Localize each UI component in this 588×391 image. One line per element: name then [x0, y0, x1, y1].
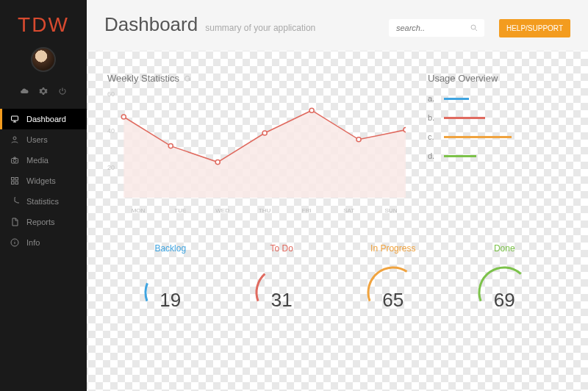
user-icon — [10, 135, 19, 144]
help-button[interactable]: HELP/SUPPORT — [499, 19, 570, 37]
grid-icon — [10, 176, 19, 185]
sidebar-item-reports[interactable]: Reports — [0, 212, 87, 232]
usage-row: b. — [428, 113, 567, 122]
main: Dashboard summary of your application HE… — [87, 0, 588, 391]
sidebar-item-widgets[interactable]: Widgets — [0, 171, 87, 191]
gauge-to-do: To Do31 — [237, 243, 326, 312]
nav-label: Info — [26, 238, 40, 247]
logo: TDW — [0, 0, 87, 44]
nav-label: Media — [26, 156, 49, 165]
sidebar-item-dashboard[interactable]: Dashboard — [0, 109, 87, 129]
svg-rect-0 — [12, 116, 18, 121]
header: Dashboard summary of your application HE… — [87, 0, 588, 51]
svg-rect-6 — [12, 182, 15, 184]
nav-label: Users — [26, 135, 48, 144]
usage-bar — [444, 117, 485, 119]
svg-point-10 — [121, 115, 126, 119]
gear-icon[interactable] — [39, 85, 48, 98]
search-icon — [470, 24, 478, 32]
usage-row: c. — [428, 132, 567, 141]
svg-point-1 — [13, 137, 16, 140]
gauges-row: Backlog19To Do31In Progress65Done69 — [107, 243, 567, 312]
sidebar-item-users[interactable]: Users — [0, 129, 87, 150]
pie-icon — [10, 197, 19, 206]
usage-label: d. — [428, 151, 438, 160]
usage-label: c. — [428, 132, 438, 141]
usage-row: d. — [428, 151, 567, 160]
usage-label: a. — [428, 94, 438, 103]
nav-label: Widgets — [26, 176, 56, 185]
file-icon — [10, 218, 19, 226]
avatar[interactable] — [31, 47, 56, 72]
usage-bar — [444, 98, 469, 100]
gauge-title: To Do — [237, 243, 326, 254]
usage-title: Usage Overview — [428, 73, 567, 84]
svg-rect-7 — [15, 182, 18, 184]
svg-rect-5 — [15, 178, 18, 181]
sidebar-item-media[interactable]: Media — [0, 150, 87, 171]
svg-point-13 — [262, 131, 267, 135]
usage-bar — [444, 136, 512, 138]
usage-label: b. — [428, 113, 438, 122]
nav-label: Reports — [26, 218, 55, 226]
svg-point-15 — [356, 137, 361, 142]
top-icons — [0, 81, 87, 109]
search-wrap — [389, 19, 484, 37]
nav: DashboardUsersMediaWidgetsStatisticsRepo… — [0, 109, 87, 253]
usage-row: a. — [428, 94, 567, 103]
weekly-title: Weekly Statistics — [107, 73, 406, 84]
sidebar-item-statistics[interactable]: Statistics — [0, 191, 87, 212]
svg-rect-4 — [12, 178, 15, 181]
svg-point-12 — [215, 160, 220, 165]
svg-point-11 — [168, 144, 173, 148]
usage-panel: Usage Overview a.b.c.d. — [428, 73, 567, 214]
camera-icon — [10, 156, 19, 165]
info-icon — [10, 238, 19, 247]
weekly-chart: 204060 — [107, 94, 406, 204]
usage-bar — [444, 155, 476, 157]
cloud-icon[interactable] — [20, 85, 29, 98]
refresh-icon[interactable] — [184, 75, 191, 82]
power-icon[interactable] — [58, 85, 67, 98]
gauge-backlog: Backlog19 — [126, 243, 215, 312]
gauge-title: Backlog — [126, 243, 215, 254]
gauge-done: Done69 — [460, 243, 548, 312]
x-axis-labels: MONTUEWEDTHUFRISATSUN — [107, 207, 406, 214]
svg-point-3 — [13, 159, 16, 162]
svg-point-16 — [404, 128, 406, 132]
content: Weekly Statistics 204060MONTUEWEDTHUFRIS… — [87, 51, 588, 391]
svg-point-14 — [309, 108, 314, 112]
nav-label: Dashboard — [26, 115, 66, 123]
gauge-title: Done — [460, 243, 548, 254]
nav-label: Statistics — [26, 197, 59, 206]
gauge-in-progress: In Progress65 — [349, 243, 437, 312]
gauge-title: In Progress — [349, 243, 437, 254]
page-subtitle: summary of your application — [205, 23, 381, 33]
sidebar-item-info[interactable]: Info — [0, 232, 87, 253]
page-title: Dashboard — [104, 13, 198, 36]
sidebar: TDW DashboardUsersMediaWidgetsStatistics… — [0, 0, 87, 391]
weekly-stats-panel: Weekly Statistics 204060MONTUEWEDTHUFRIS… — [107, 73, 406, 214]
monitor-icon — [10, 115, 19, 123]
svg-point-9 — [471, 25, 476, 29]
